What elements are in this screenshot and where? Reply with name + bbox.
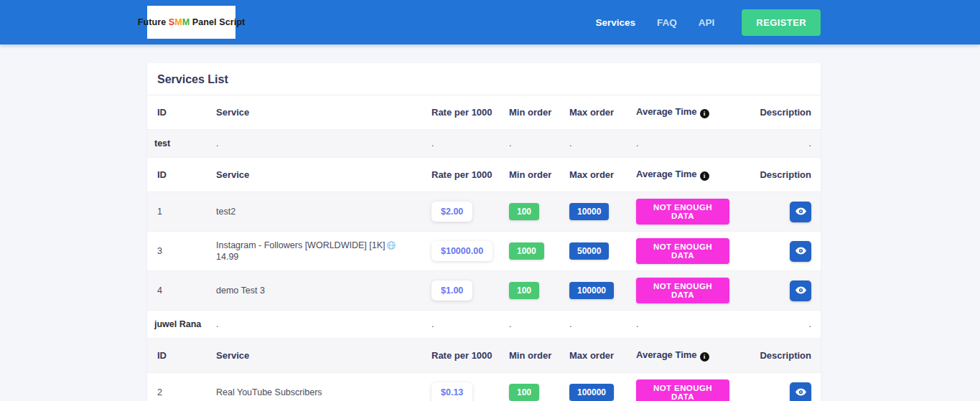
service-name: Real YouTube Subscribers: [209, 373, 424, 401]
service-name: Instagram - Followers [WORLDWIDE] [1K]14…: [209, 232, 424, 271]
service-row: 4 demo Test 3 $1.00 100 100000 NOT ENOUG…: [147, 271, 821, 311]
info-icon[interactable]: i: [700, 171, 709, 181]
col-description: Description: [737, 339, 821, 373]
category-name: test: [147, 130, 209, 158]
services-card: Services List ID Service Rate per 1000 M…: [147, 63, 821, 401]
service-id: 1: [147, 192, 209, 232]
category-row: juwel Rana . . . . . .: [147, 311, 821, 339]
service-row: 3 Instagram - Followers [WORLDWIDE] [1K]…: [147, 232, 821, 271]
service-row: 1 test2 $2.00 100 10000 NOT ENOUGH DATA: [147, 192, 821, 232]
rate-badge: $1.00: [431, 280, 472, 301]
eye-icon: [795, 387, 806, 398]
col-service: Service: [209, 339, 424, 373]
services-table: ID Service Rate per 1000 Min order Max o…: [147, 95, 821, 401]
view-description-button[interactable]: [790, 382, 811, 401]
col-service: Service: [209, 158, 424, 192]
max-order-badge: 10000: [569, 203, 609, 220]
col-max-order: Max order: [562, 339, 629, 373]
service-id: 4: [147, 271, 209, 311]
register-button[interactable]: REGISTER: [742, 9, 821, 36]
col-service: Service: [209, 95, 424, 130]
min-order-badge: 100: [509, 282, 539, 299]
view-description-button[interactable]: [790, 241, 811, 262]
card-header: Services List: [147, 63, 821, 95]
rate-badge: $0.13: [431, 382, 472, 401]
category-name: juwel Rana: [147, 311, 209, 339]
col-id: ID: [147, 339, 209, 373]
col-id: ID: [147, 158, 209, 192]
col-max-order: Max order: [562, 158, 629, 192]
view-description-button[interactable]: [790, 280, 811, 301]
globe-icon: [387, 241, 396, 252]
col-min-order: Min order: [502, 95, 562, 130]
eye-icon: [795, 286, 806, 296]
average-time-badge: NOT ENOUGH DATA: [636, 199, 729, 225]
col-description: Description: [737, 158, 821, 192]
service-id: 2: [147, 373, 209, 401]
service-id: 3: [147, 232, 209, 271]
nav-link-api[interactable]: API: [699, 17, 715, 28]
average-time-badge: NOT ENOUGH DATA: [636, 379, 729, 401]
service-name: demo Test 3: [209, 271, 424, 311]
rate-badge: $2.00: [431, 202, 472, 222]
min-order-badge: 100: [509, 384, 539, 401]
col-average-time: Average Timei: [629, 339, 737, 373]
col-min-order: Min order: [502, 158, 562, 192]
navbar: Future SMM Panel Script Services FAQ API…: [0, 0, 980, 44]
category-row: test . . . . . .: [147, 130, 821, 158]
min-order-badge: 100: [509, 203, 539, 220]
view-description-button[interactable]: [790, 202, 811, 222]
table-header-row: ID Service Rate per 1000 Min order Max o…: [147, 339, 821, 373]
info-icon[interactable]: i: [700, 109, 709, 118]
logo-text: Future SMM Panel Script: [138, 17, 246, 27]
min-order-badge: 1000: [509, 242, 544, 260]
nav-menu: Services FAQ API REGISTER: [574, 9, 821, 36]
table-header-row: ID Service Rate per 1000 Min order Max o…: [147, 158, 821, 192]
nav-link-faq[interactable]: FAQ: [657, 17, 677, 28]
average-time-badge: NOT ENOUGH DATA: [636, 238, 729, 264]
col-max-order: Max order: [562, 95, 629, 130]
logo[interactable]: Future SMM Panel Script: [147, 6, 235, 39]
eye-icon: [795, 246, 806, 257]
col-rate: Rate per 1000: [424, 339, 502, 373]
info-icon[interactable]: i: [700, 352, 709, 362]
col-description: Description: [737, 95, 821, 130]
max-order-badge: 100000: [569, 384, 614, 401]
col-min-order: Min order: [502, 339, 562, 373]
page-title: Services List: [157, 73, 811, 86]
average-time-badge: NOT ENOUGH DATA: [636, 278, 729, 303]
col-average-time: Average Timei: [629, 95, 737, 130]
col-average-time: Average Timei: [629, 158, 737, 192]
col-id: ID: [147, 95, 209, 130]
service-row: 2 Real YouTube Subscribers $0.13 100 100…: [147, 373, 821, 401]
service-name: test2: [209, 192, 424, 232]
eye-icon: [795, 207, 806, 217]
nav-link-services[interactable]: Services: [596, 17, 636, 28]
table-header-row: ID Service Rate per 1000 Min order Max o…: [147, 95, 821, 130]
max-order-badge: 100000: [569, 282, 614, 299]
col-rate: Rate per 1000: [424, 95, 502, 130]
max-order-badge: 50000: [569, 242, 609, 260]
rate-badge: $10000.00: [431, 241, 493, 261]
col-rate: Rate per 1000: [424, 158, 502, 192]
